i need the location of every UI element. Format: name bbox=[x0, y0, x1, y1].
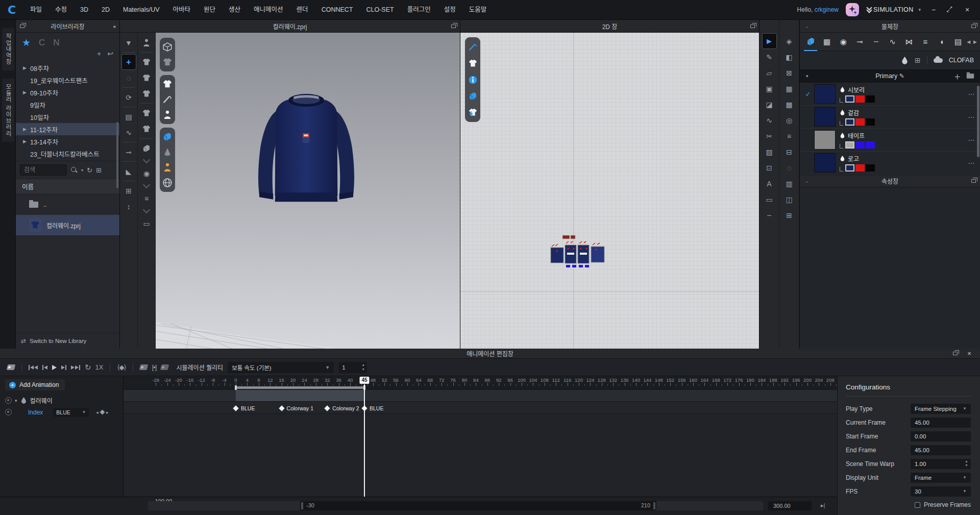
pattern-info-icon[interactable] bbox=[465, 73, 480, 86]
close-button[interactable]: × bbox=[962, 6, 973, 14]
fabric-transform-icon[interactable]: ⊠ bbox=[782, 65, 797, 81]
next-frame-button[interactable] bbox=[61, 365, 66, 370]
baseline-icon[interactable]: ⊟ bbox=[782, 144, 797, 160]
minimize-button[interactable]: − bbox=[928, 6, 939, 14]
float-window-icon[interactable] bbox=[451, 24, 456, 28]
button-tab-icon[interactable]: ◉ bbox=[836, 34, 851, 50]
show-cone-icon[interactable] bbox=[160, 145, 175, 159]
library-tree-item[interactable]: 23_더블너치드칼라베스트 bbox=[16, 148, 119, 160]
mode-switch[interactable]: SIMULATION ▾ bbox=[866, 6, 921, 13]
add-icon[interactable]: + bbox=[97, 50, 101, 58]
remesh-garment-icon[interactable] bbox=[139, 86, 154, 102]
menu-item[interactable]: 수정 bbox=[48, 0, 74, 20]
fit-range-icon[interactable]: ▸| bbox=[821, 502, 825, 509]
keyframe-diamond-icon[interactable] bbox=[233, 405, 238, 411]
favorites-star-icon[interactable]: ★ bbox=[22, 37, 31, 48]
colorway-row[interactable]: ✓시보리⋯ bbox=[800, 83, 980, 106]
simulate-icon[interactable]: ▼ bbox=[121, 35, 136, 51]
float-window-icon[interactable] bbox=[971, 179, 976, 183]
search-options-arrow-icon[interactable]: ▾ bbox=[81, 168, 83, 173]
print-layout-icon[interactable]: ◎ bbox=[782, 112, 797, 128]
track-group-row[interactable]: ▾ 컬러웨이 bbox=[0, 395, 123, 406]
config-start-frame-control[interactable]: 0.00 bbox=[911, 431, 971, 442]
edit-texture-icon[interactable]: ◈ bbox=[782, 33, 797, 49]
fabric-swatch[interactable] bbox=[814, 107, 836, 127]
menu-item[interactable]: 원단 bbox=[197, 0, 222, 20]
graphic-tab-icon[interactable]: ▦ bbox=[819, 34, 835, 50]
render-area-3d[interactable] bbox=[156, 33, 460, 349]
colorway-menu-icon[interactable]: ⋯ bbox=[963, 159, 980, 167]
expand-arrow-icon[interactable]: ▶ bbox=[23, 90, 30, 95]
down[interactable]: ▼ bbox=[965, 463, 968, 468]
retopology-icon[interactable] bbox=[139, 70, 154, 86]
library-scrollbar[interactable] bbox=[116, 122, 118, 188]
show-sewing-icon[interactable] bbox=[160, 93, 175, 106]
avatar-walk-icon[interactable] bbox=[139, 35, 154, 51]
hatch-icon[interactable]: ▩ bbox=[782, 96, 797, 112]
fit-garment-icon[interactable] bbox=[139, 54, 154, 70]
float-window-icon[interactable] bbox=[971, 24, 976, 28]
menu-item[interactable]: 설정 bbox=[437, 0, 462, 20]
range-slider-thumb[interactable]: -30 210 bbox=[300, 501, 656, 510]
measure-2d-icon[interactable]: ⊞ bbox=[782, 207, 797, 223]
dropdown-arrow-icon[interactable]: ▼ bbox=[963, 406, 967, 411]
keyframe-range-icon[interactable]: ⟨◆⟩ bbox=[117, 363, 126, 371]
expand-arrow-icon[interactable]: ▶ bbox=[23, 127, 30, 132]
color-swatch[interactable] bbox=[866, 164, 875, 171]
timeline-ruler[interactable]: -28-24-20-16-12-8-4048121620242832364048… bbox=[124, 376, 837, 389]
config-end-frame-control[interactable]: 45.00 bbox=[911, 445, 971, 455]
topstitch-tab-icon[interactable]: ╌ bbox=[868, 34, 884, 50]
library-tree-item[interactable]: 9일차 bbox=[16, 99, 119, 111]
show-garment-icon[interactable] bbox=[160, 78, 175, 91]
playhead-line[interactable] bbox=[364, 384, 365, 497]
keyframe-diamond-icon[interactable] bbox=[279, 405, 284, 411]
config-display-unit-control[interactable]: Frame▼ bbox=[911, 473, 971, 483]
select-move-icon[interactable]: + bbox=[121, 54, 136, 70]
polygon-pattern-icon[interactable]: ▱ bbox=[762, 65, 777, 81]
focus-range-icon[interactable]: [▪] bbox=[152, 363, 157, 371]
mode-dropdown-arrow-icon[interactable]: ▾ bbox=[918, 7, 921, 12]
mesh-icon[interactable]: ⊞ bbox=[121, 183, 136, 199]
more-tools-chevron-icon[interactable] bbox=[143, 206, 150, 213]
library-tree-item[interactable]: ▶11-12주차 bbox=[16, 123, 119, 135]
measure-icon[interactable]: ↕ bbox=[121, 199, 136, 214]
stress-map-icon[interactable] bbox=[139, 121, 154, 137]
zipper-tab-icon[interactable]: ≡ bbox=[918, 34, 933, 50]
ai-assistant-icon[interactable] bbox=[846, 3, 859, 16]
ruler-icon[interactable]: ▭ bbox=[762, 191, 777, 207]
loop-icon[interactable]: ↻ bbox=[85, 363, 91, 372]
add-animation-button[interactable]: + Add Animation bbox=[5, 379, 65, 390]
add-folder-icon[interactable]: ⊞ bbox=[915, 56, 921, 64]
config-scene-time-warp-control[interactable]: 1.00▲▼ bbox=[911, 459, 971, 469]
record-track-icon[interactable] bbox=[160, 364, 169, 370]
colorway-track-lane[interactable] bbox=[124, 390, 837, 402]
expand-panel-icon[interactable]: → bbox=[804, 23, 809, 29]
name-column-header[interactable]: 이름 bbox=[16, 179, 119, 194]
colorway-row[interactable]: 겉감⋯ bbox=[800, 106, 980, 129]
scroll-right-icon[interactable]: ▶ bbox=[973, 39, 977, 44]
transform-pattern-icon[interactable]: ► bbox=[762, 33, 777, 49]
keyframe[interactable]: Colorway 1 bbox=[280, 405, 314, 411]
fabric-check-icon[interactable] bbox=[139, 140, 154, 156]
show-garment-2d-icon[interactable] bbox=[465, 57, 480, 70]
up[interactable]: ▲ bbox=[965, 459, 968, 463]
more-tools-chevron-icon[interactable] bbox=[143, 181, 150, 188]
puckering-tab-icon[interactable]: ∿ bbox=[885, 34, 900, 50]
render-style-icon[interactable] bbox=[160, 40, 175, 54]
expand-arrow-icon[interactable]: ▶ bbox=[23, 65, 30, 70]
fabric-swatch[interactable] bbox=[814, 130, 836, 150]
color-swatch[interactable] bbox=[866, 141, 875, 149]
timeline[interactable]: -28-24-20-16-12-8-4048121620242832364048… bbox=[124, 376, 837, 497]
maximize-button[interactable]: ↗↙ bbox=[946, 6, 954, 13]
bow-tab-icon[interactable]: ⋈ bbox=[901, 34, 917, 50]
back-icon[interactable]: ↩ bbox=[107, 50, 113, 58]
range-max-input[interactable]: 300.00 bbox=[768, 501, 812, 510]
close-panel-icon[interactable]: × bbox=[964, 350, 975, 357]
fabric-swatch[interactable] bbox=[814, 153, 836, 173]
edit-pattern-icon[interactable] bbox=[465, 40, 480, 54]
library-tree-item[interactable]: ▶09-10주차 bbox=[16, 86, 119, 99]
fabric-swatch[interactable] bbox=[814, 84, 836, 104]
clo-library-icon[interactable]: C bbox=[39, 38, 45, 48]
show-fabric-icon[interactable] bbox=[160, 130, 175, 143]
expand-panel-icon[interactable]: → bbox=[804, 178, 809, 184]
